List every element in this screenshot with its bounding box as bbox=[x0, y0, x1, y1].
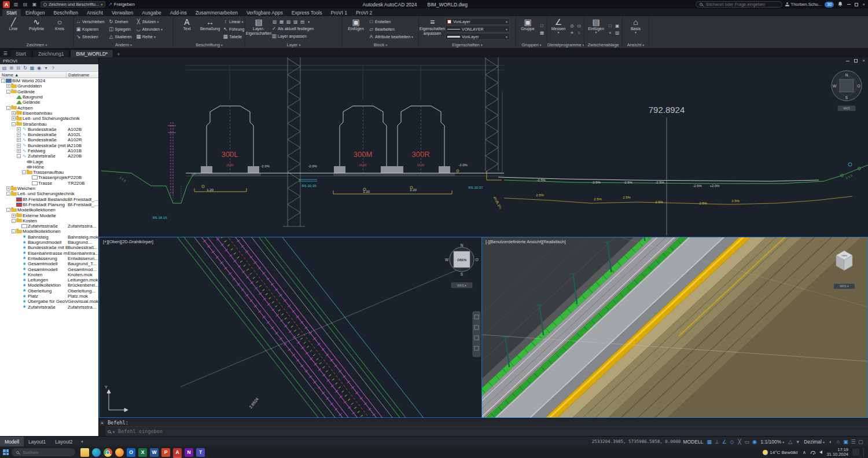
network-icon[interactable] bbox=[811, 451, 815, 454]
tree-item[interactable]: Baugrundmodell Baugrund... bbox=[0, 240, 98, 245]
tray-expand-icon[interactable]: ∧ bbox=[801, 450, 807, 455]
ribbon-tool-button[interactable]: ↕ Linear▾ bbox=[223, 18, 245, 25]
quick-access-new-icon[interactable]: ▥ bbox=[13, 1, 19, 8]
tool-icon[interactable]: □ bbox=[607, 23, 613, 29]
taskbar-app-icon[interactable]: P bbox=[161, 448, 170, 457]
maximize-button[interactable] bbox=[855, 3, 858, 6]
tree-item[interactable]: + Grunddaten bbox=[0, 83, 98, 89]
taskbar-app-icon[interactable]: W bbox=[150, 448, 159, 457]
minimize-button[interactable] bbox=[847, 4, 851, 5]
status-toggle-icon[interactable]: ◇ bbox=[728, 439, 735, 445]
taskbar-search[interactable] bbox=[12, 448, 75, 456]
layer-tool-icon[interactable]: ▧ bbox=[285, 19, 292, 25]
ribbon-tab[interactable]: Verfügbare Apps bbox=[242, 9, 287, 16]
tree-expander[interactable]: + bbox=[12, 116, 16, 120]
tree-expander[interactable]: + bbox=[17, 149, 21, 153]
tree-item[interactable]: + Externe Modelle bbox=[0, 212, 98, 218]
palette-tool-icon[interactable]: ⊞ bbox=[8, 65, 14, 71]
tree-item[interactable]: - Achsen bbox=[0, 105, 98, 110]
ribbon-tab[interactable]: Add-ins bbox=[166, 9, 191, 16]
tree-item[interactable]: + Bundesstraße (mit Knote... A210B bbox=[0, 143, 98, 148]
tree-item[interactable]: Trasse TR220B bbox=[0, 181, 98, 186]
tree-item[interactable]: Entwässerung Entwässerun... bbox=[0, 256, 98, 261]
taskbar-app-icon[interactable]: X bbox=[138, 448, 147, 457]
tree-item[interactable]: Gesamtmodell Gesamtmod... bbox=[0, 266, 98, 272]
layout-tab[interactable]: Layout2 bbox=[50, 437, 77, 446]
tool-icon[interactable]: ▥ bbox=[614, 30, 620, 36]
tree-item[interactable]: + Eisenbahnbau bbox=[0, 111, 98, 116]
tree-item[interactable]: - Modellkollektionen bbox=[0, 207, 98, 212]
viewport-plan[interactable]: 2.8924 [+][Oben][2D-Drahtkörper] OBEN N … bbox=[99, 237, 482, 418]
ribbon-tool-button[interactable]: ▤ Layer-Eigenschaften bbox=[247, 17, 270, 41]
tree-item[interactable]: Leitungen Leitungen.mok bbox=[0, 277, 98, 283]
tree-item[interactable]: Bahnsteig Bahnsteig.mok bbox=[0, 235, 98, 240]
status-toggle-icon[interactable]: ◐ bbox=[827, 439, 834, 445]
taskbar-search-input[interactable] bbox=[21, 449, 71, 456]
command-close-button[interactable]: × bbox=[100, 420, 105, 426]
taskbar-app-icon[interactable]: A bbox=[173, 448, 182, 457]
tree-item[interactable]: Lage bbox=[0, 159, 98, 164]
search-icon[interactable] bbox=[108, 430, 111, 433]
viewport-label[interactable]: [-][Benutzerdefinierte Ansicht][Realisti… bbox=[486, 239, 566, 244]
tree-item[interactable]: + Leit- und Sicherungstechnik bbox=[0, 116, 98, 121]
status-toggle-icon[interactable]: ∠ bbox=[720, 439, 728, 445]
taskbar-app-icon[interactable]: N bbox=[185, 448, 193, 457]
tool-icon[interactable]: ○ bbox=[576, 30, 582, 36]
ribbon-tab[interactable]: ProVI 1 bbox=[327, 9, 351, 16]
tree-item[interactable]: - Gelände bbox=[0, 89, 98, 94]
quick-access-save-icon[interactable]: ▣ bbox=[31, 1, 38, 8]
units-dropdown[interactable]: Dezimal bbox=[804, 439, 825, 445]
palette-tool-icon[interactable]: ◉ bbox=[36, 65, 42, 71]
tree-item[interactable]: Übergabe für GeoVisual Geovisual.mok bbox=[0, 299, 98, 304]
viewport-label[interactable]: [+][Oben][2D-Drahtkörper] bbox=[103, 239, 153, 244]
panel-title[interactable]: Block bbox=[343, 42, 418, 48]
ribbon-tool-button[interactable]: ◡ Abrunden▾ bbox=[136, 25, 163, 33]
model-3d-canvas[interactable]: [-][Benutzerdefinierte Ansicht][Realisti… bbox=[482, 237, 867, 417]
ribbon-tool-button[interactable]: □ Erstellen bbox=[369, 18, 413, 25]
clock[interactable]: 17:19 31.10.2024 bbox=[826, 448, 848, 457]
ribbon-tool-button[interactable]: ▱ Bearbeiten bbox=[369, 25, 413, 33]
ribbon-tool-button[interactable]: ↔ Bemaßung bbox=[198, 17, 222, 41]
status-toggle-icon[interactable]: ▢ bbox=[857, 439, 865, 445]
ribbon-tab[interactable]: Beschriften bbox=[50, 9, 83, 16]
panel-title[interactable]: Ändern bbox=[74, 42, 173, 48]
tree-item[interactable]: Höhe bbox=[0, 164, 98, 170]
tree-expander[interactable]: + bbox=[17, 133, 21, 137]
ribbon-tool-button[interactable]: ≡ Eigenschaften anpassen bbox=[421, 17, 444, 41]
ribbon-tool-button[interactable]: ▣ Gruppe bbox=[518, 17, 538, 41]
tree-item[interactable]: - BIM World 2024 bbox=[0, 78, 98, 83]
windows-start-button[interactable] bbox=[3, 449, 9, 455]
tree-item[interactable]: - Leit- und Sicherungstechnik bbox=[0, 191, 98, 196]
palette-tool-icon[interactable]: ? bbox=[50, 65, 56, 71]
status-toggle-icon[interactable]: ▦ bbox=[705, 439, 713, 445]
tree-item[interactable]: Knoten Knoten.mok bbox=[0, 272, 98, 277]
tool-icon[interactable]: ◎ bbox=[569, 23, 575, 29]
linetype-dropdown[interactable]: VONLAYER bbox=[445, 25, 510, 32]
tree-item[interactable]: Bundesstraße mit Brücke Bundesstraß... bbox=[0, 245, 98, 250]
layer-tool-icon[interactable]: ▨ bbox=[292, 19, 299, 25]
tree-item[interactable]: + Feldweg A101B bbox=[0, 148, 98, 153]
close-button[interactable]: × bbox=[862, 2, 865, 7]
ribbon-tool-button[interactable]: ∿ Polylinie bbox=[25, 17, 48, 41]
section-canvas[interactable]: 792.8924 300L 300M 300R 20.60 20.60 20.6… bbox=[99, 57, 868, 237]
tool-icon[interactable]: ▦ bbox=[539, 30, 545, 36]
share-button[interactable]: ↗ Freigeben bbox=[108, 2, 135, 7]
tree-item[interactable]: Eisenbahntrasse mit LSW Eisenbahntra... bbox=[0, 251, 98, 256]
tool-icon[interactable]: × bbox=[607, 30, 613, 36]
tree-expander[interactable]: + bbox=[6, 84, 10, 88]
status-toggle-icon[interactable]: ▾ bbox=[794, 439, 801, 445]
tree-item[interactable]: + Bundesstraße A102B bbox=[0, 127, 98, 132]
tree-expander[interactable]: - bbox=[12, 229, 16, 233]
layout-tab[interactable]: Modell bbox=[0, 437, 24, 446]
tree-expander[interactable]: - bbox=[6, 106, 10, 110]
tree-expander[interactable]: - bbox=[6, 90, 10, 94]
tree-expander[interactable]: - bbox=[22, 170, 26, 174]
column-name[interactable]: Name ▲ bbox=[0, 72, 67, 78]
ribbon-tool-button[interactable]: ↔ Verschieben bbox=[76, 18, 105, 25]
tree-expander[interactable]: - bbox=[12, 219, 16, 223]
navigation-bar[interactable] bbox=[473, 312, 480, 357]
plan-canvas[interactable]: 2.8924 [+][Oben][2D-Drahtkörper] OBEN N … bbox=[100, 237, 481, 417]
ribbon-tool-button[interactable]: ▥ Layer anpassen bbox=[271, 32, 314, 40]
layout-tab[interactable]: Layout1 bbox=[24, 437, 50, 446]
ribbon-tool-button[interactable]: ▤ Einfügen▾ bbox=[586, 17, 606, 41]
